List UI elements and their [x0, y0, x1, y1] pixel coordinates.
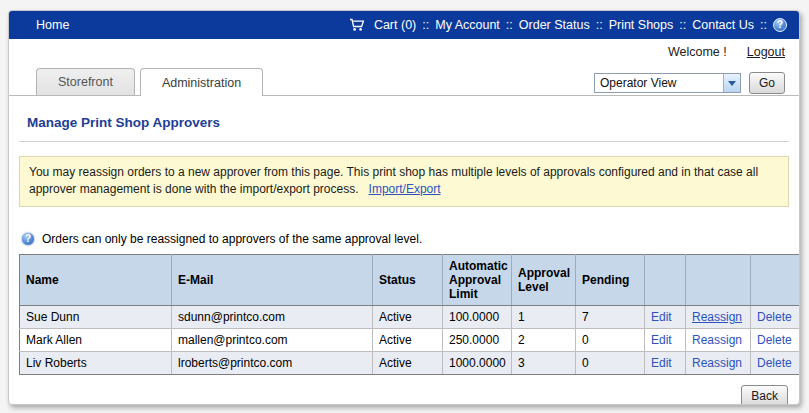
back-button[interactable]: Back [741, 385, 788, 405]
footer: Back [20, 385, 788, 405]
tab-administration[interactable]: Administration [140, 68, 263, 96]
cell-pending: 0 [576, 328, 645, 351]
delete-link[interactable]: Delete [757, 333, 792, 347]
col-header-pending: Pending [576, 254, 645, 305]
logout-link[interactable]: Logout [747, 45, 785, 59]
top-nav-bar: Home Cart (0) :: My Account :: Order Sta… [9, 11, 799, 39]
title-divider [19, 141, 789, 142]
tab-storefront[interactable]: Storefront [36, 68, 135, 95]
page-content: Manage Print Shop Approvers You may reas… [9, 115, 799, 405]
cell-limit: 250.0000 [443, 328, 512, 351]
table-row: Mark Allen mallen@printco.com Active 250… [20, 328, 801, 351]
nav-home-link[interactable]: Home [36, 18, 69, 32]
import-export-link[interactable]: Import/Export [369, 182, 441, 196]
go-button[interactable]: Go [749, 72, 785, 94]
menu-separator: :: [679, 18, 686, 32]
cell-email: lroberts@printco.com [172, 351, 373, 374]
nav-order-status-link[interactable]: Order Status [519, 18, 590, 32]
cell-email: sdunn@printco.com [172, 305, 373, 328]
cell-level: 1 [512, 305, 576, 328]
edit-link[interactable]: Edit [651, 333, 672, 347]
menu-separator: :: [760, 18, 767, 32]
delete-link[interactable]: Delete [757, 310, 792, 324]
col-header-level: Approval Level [512, 254, 576, 305]
menu-separator: :: [506, 18, 513, 32]
cell-name: Sue Dunn [20, 305, 172, 328]
cart-icon[interactable] [349, 18, 365, 32]
top-right-menu: Cart (0) :: My Account :: Order Status :… [349, 18, 787, 32]
nav-my-account-link[interactable]: My Account [435, 18, 500, 32]
notice-box: You may reassign orders to a new approve… [19, 156, 789, 207]
cell-pending: 7 [576, 305, 645, 328]
cell-level: 2 [512, 328, 576, 351]
col-header-name: Name [20, 254, 172, 305]
welcome-row: Welcome ! Logout [9, 39, 799, 65]
app-window: Home Cart (0) :: My Account :: Order Sta… [8, 10, 800, 405]
cell-status: Active [373, 328, 443, 351]
edit-link[interactable]: Edit [651, 356, 672, 370]
nav-contact-us-link[interactable]: Contact Us [692, 18, 754, 32]
cell-name: Liv Roberts [20, 351, 172, 374]
col-header-status: Status [373, 254, 443, 305]
col-header-delete [751, 254, 801, 305]
view-controls: Operator View Go [594, 72, 785, 94]
reassign-link[interactable]: Reassign [692, 310, 742, 324]
table-row: Liv Roberts lroberts@printco.com Active … [20, 351, 801, 374]
menu-separator: :: [596, 18, 603, 32]
col-header-limit: Automatic Approval Limit [443, 254, 512, 305]
view-select[interactable]: Operator View [594, 73, 741, 93]
info-help-icon[interactable]: ? [21, 232, 35, 246]
cell-status: Active [373, 305, 443, 328]
info-text: Orders can only be reassigned to approve… [42, 232, 422, 246]
menu-separator: :: [422, 18, 429, 32]
approvers-table: Name E-Mail Status Automatic Approval Li… [19, 254, 800, 375]
reassign-link[interactable]: Reassign [692, 356, 742, 370]
help-icon[interactable]: ? [773, 18, 787, 32]
col-header-edit [645, 254, 686, 305]
page-title: Manage Print Shop Approvers [27, 115, 781, 130]
cell-email: mallen@printco.com [172, 328, 373, 351]
nav-cart-link[interactable]: Cart (0) [374, 18, 416, 32]
cell-status: Active [373, 351, 443, 374]
chevron-down-icon[interactable] [723, 74, 740, 92]
edit-link[interactable]: Edit [651, 310, 672, 324]
cell-name: Mark Allen [20, 328, 172, 351]
col-header-reassign [686, 254, 751, 305]
cell-pending: 0 [576, 351, 645, 374]
welcome-text: Welcome ! [668, 45, 727, 59]
cell-level: 3 [512, 351, 576, 374]
delete-link[interactable]: Delete [757, 356, 792, 370]
info-row: ? Orders can only be reassigned to appro… [21, 232, 789, 246]
view-select-value: Operator View [600, 76, 676, 90]
table-row: Sue Dunn sdunn@printco.com Active 100.00… [20, 305, 801, 328]
cell-limit: 100.0000 [443, 305, 512, 328]
col-header-email: E-Mail [172, 254, 373, 305]
nav-print-shops-link[interactable]: Print Shops [609, 18, 674, 32]
cell-limit: 1000.0000 [443, 351, 512, 374]
table-header-row: Name E-Mail Status Automatic Approval Li… [20, 254, 801, 305]
reassign-link[interactable]: Reassign [692, 333, 742, 347]
